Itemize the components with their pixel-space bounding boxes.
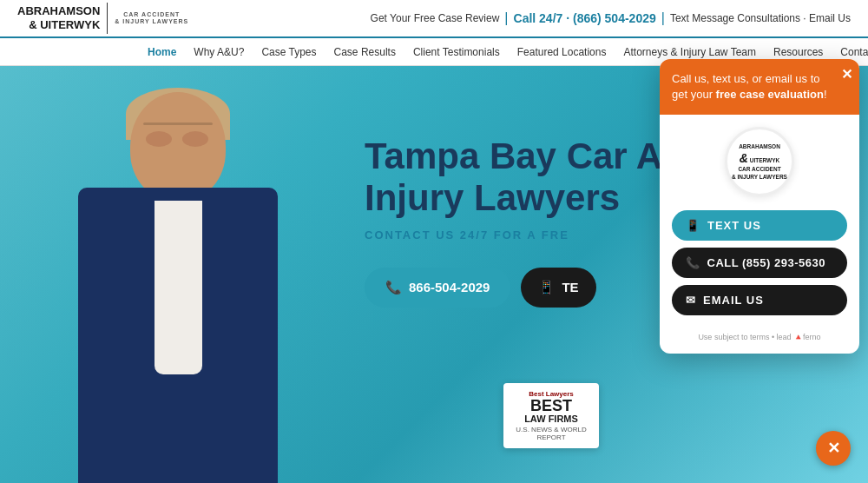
nav-item-why[interactable]: Why A&U? [194, 46, 244, 58]
nav-item-locations[interactable]: Featured Locations [517, 46, 607, 58]
hero-title: Tampa Bay Car A Injury Lawyers [365, 136, 662, 220]
badge-us-news: U.S. NEWS & WORLD REPORT [510, 426, 592, 441]
phone-button[interactable]: 📞 866-504-2029 [365, 268, 510, 308]
phone-number: 866-504-2029 [409, 280, 490, 294]
logo-name-line1: ABRAHAMSON [17, 4, 100, 18]
mobile-icon: 📱 [538, 280, 555, 295]
nav-item-home[interactable]: Home [148, 46, 176, 58]
popup-logo-text: ABRAHAMSON & UITERWYK CAR ACCIDENT & INJ… [732, 143, 787, 182]
popup-text-us-label: TEXT US [707, 219, 761, 232]
separator-1: | [504, 10, 508, 26]
text-label-partial: TE [562, 280, 578, 294]
popup-logo-circle: ABRAHAMSON & UITERWYK CAR ACCIDENT & INJ… [725, 127, 794, 196]
phone-icon: 📞 [385, 280, 402, 295]
popup-logo-line3: CAR ACCIDENT [738, 166, 780, 172]
call-link[interactable]: Call 24/7 · (866) 504-2029 [514, 11, 656, 25]
popup-mobile-icon: 📱 [686, 219, 700, 232]
popup-logo-line4: & INJURY LAWYERS [732, 174, 787, 180]
contact-popup: Call us, text us, or email us to get you… [660, 59, 859, 354]
hero-person [26, 75, 356, 483]
popup-footer: Use subject to terms • lead 🔺ferno [660, 326, 859, 354]
popup-header: Call us, text us, or email us to get you… [660, 59, 859, 115]
hero-title-line1: Tampa Bay Car A [365, 136, 662, 176]
logo-sub1: CAR ACCIDENT [115, 11, 188, 18]
best-lawyers-badge: Best Lawyers BEST LAW FIRMS U.S. NEWS & … [503, 383, 599, 448]
hero-title-line2: Injury Lawyers [365, 177, 620, 218]
top-bar: ABRAHAMSON & UITERWYK CAR ACCIDENT & INJ… [0, 0, 868, 38]
nav-item-attorneys[interactable]: Attorneys & Injury Law Team [623, 46, 756, 58]
popup-logo-line1: ABRAHAMSON [739, 143, 780, 149]
popup-close-button[interactable]: ✕ [841, 66, 852, 83]
popup-footer-text: Use subject to terms • lead [698, 333, 791, 341]
person-head [130, 92, 226, 201]
person-shirt [155, 201, 202, 374]
top-bar-right: Get Your Free Case Review | Call 24/7 · … [371, 10, 851, 26]
popup-footer-brand: 🔺ferno [793, 333, 821, 341]
logo-area: ABRAHAMSON & UITERWYK CAR ACCIDENT & INJ… [17, 3, 188, 34]
popup-text-us-button[interactable]: 📱 TEXT US [672, 210, 847, 241]
popup-logo-area: ABRAHAMSON & UITERWYK CAR ACCIDENT & INJ… [660, 115, 859, 203]
nav-item-resources[interactable]: Resources [773, 46, 823, 58]
nav-item-contact[interactable]: Contact Us [840, 46, 868, 58]
popup-email-button[interactable]: ✉ EMAIL US [672, 285, 847, 315]
popup-call-label: CALL (855) 293-5630 [707, 256, 825, 269]
popup-call-button[interactable]: 📞 CALL (855) 293-5630 [672, 248, 847, 278]
badge-law-firms: LAW FIRMS [510, 414, 592, 424]
hero-subtitle: CONTACT US 24/7 FOR A FRE [365, 228, 662, 242]
text-button[interactable]: 📱 TE [521, 268, 595, 308]
free-case-review-text[interactable]: Get Your Free Case Review [371, 12, 500, 24]
popup-header-end: ! [824, 88, 827, 101]
text-email-link[interactable]: Text Message Consultations · Email Us [670, 12, 851, 24]
popup-phone-icon: 📞 [686, 256, 700, 269]
nav-item-case-types[interactable]: Case Types [261, 46, 316, 58]
float-close-button[interactable]: ✕ [816, 431, 851, 466]
popup-email-icon: ✉ [686, 294, 696, 307]
popup-logo-line2: UITERWYK [750, 157, 780, 163]
badge-best: BEST [510, 398, 592, 414]
popup-buttons: 📱 TEXT US 📞 CALL (855) 293-5630 ✉ EMAIL … [660, 203, 859, 326]
hero-buttons: 📞 866-504-2029 📱 TE [365, 268, 662, 308]
hero-text-area: Tampa Bay Car A Injury Lawyers CONTACT U… [365, 136, 662, 308]
nav-item-case-results[interactable]: Case Results [334, 46, 396, 58]
popup-email-label: EMAIL US [703, 294, 764, 307]
separator-2: | [661, 10, 665, 26]
popup-header-bold: free case evaluation [716, 88, 824, 101]
logo-sub2: & INJURY LAWYERS [115, 18, 188, 25]
popup-logo-amp: & [740, 151, 748, 165]
logo-name-line2: & UITERWYK [29, 18, 100, 32]
nav-item-testimonials[interactable]: Client Testimonials [413, 46, 500, 58]
